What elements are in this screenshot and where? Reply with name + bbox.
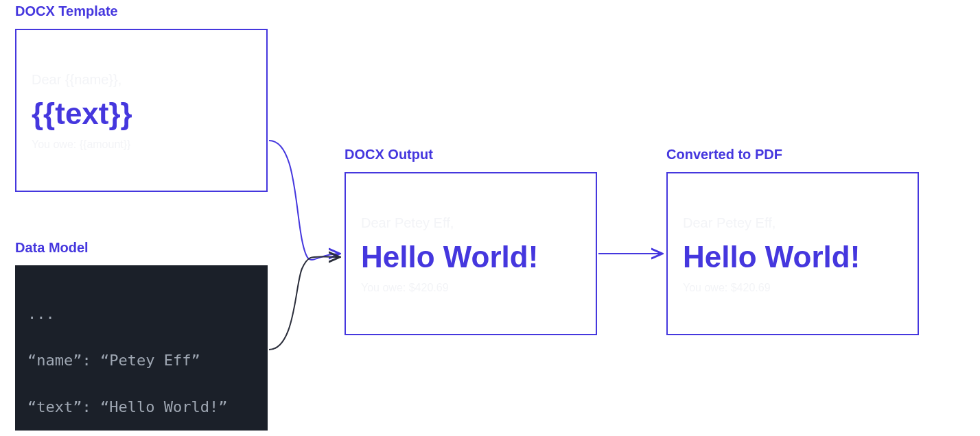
- template-headline-placeholder: {{text}}: [32, 99, 251, 129]
- data-model-line-1: “name”: “Petey Eff”: [27, 352, 200, 369]
- arrow-datamodel-to-output: [269, 256, 340, 350]
- template-greeting: Dear {{name}},: [32, 71, 251, 89]
- pdf-greeting: Dear Petey Eff,: [683, 214, 902, 232]
- data-model-codebox: ... “name”: “Petey Eff” “text”: “Hello W…: [15, 265, 268, 431]
- docx-output-box: Dear Petey Eff, Hello World! You owe: $4…: [345, 172, 597, 335]
- output-amount-line: You owe: $420.69: [361, 282, 581, 294]
- label-docx-template: DOCX Template: [15, 3, 118, 19]
- pdf-headline: Hello World!: [683, 242, 902, 272]
- output-greeting: Dear Petey Eff,: [361, 214, 581, 232]
- docx-template-box: Dear {{name}}, {{text}} You owe: {{amoun…: [15, 29, 268, 192]
- diagram-canvas: DOCX Template Data Model DOCX Output Con…: [0, 0, 980, 436]
- pdf-output-box: Dear Petey Eff, Hello World! You owe: $4…: [666, 172, 919, 335]
- template-amount-line: You owe: {{amount}}: [32, 138, 251, 151]
- label-docx-output: DOCX Output: [345, 147, 433, 162]
- output-headline: Hello World!: [361, 242, 581, 272]
- label-data-model: Data Model: [15, 240, 89, 256]
- data-model-line-0: ...: [27, 305, 55, 322]
- pdf-amount-line: You owe: $420.69: [683, 282, 902, 294]
- label-converted-to-pdf: Converted to PDF: [666, 147, 782, 162]
- data-model-line-2: “text”: “Hello World!”: [27, 398, 227, 415]
- arrow-template-to-output: [269, 141, 340, 260]
